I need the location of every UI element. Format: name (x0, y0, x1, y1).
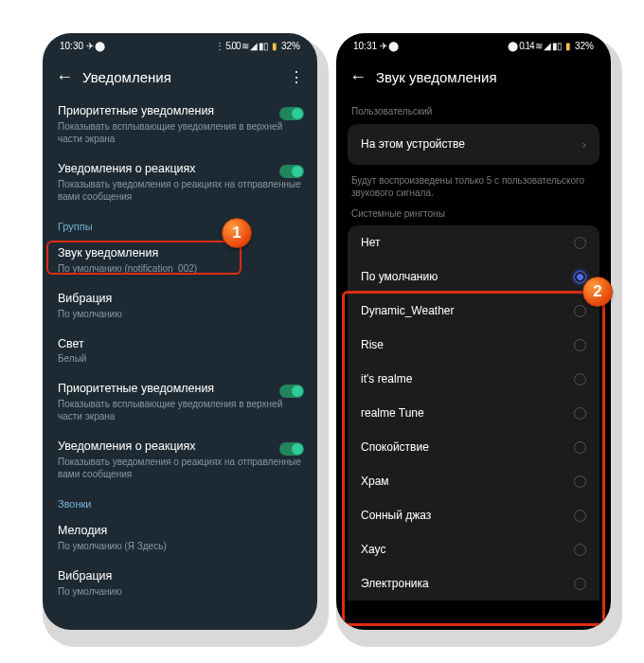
row-title: Приоритетные уведомления (58, 381, 302, 397)
status-bar: 10:31 ✈ ⬤ ⬤ 0.14 ≋ ◢ ▮▯ ▮32% (336, 33, 611, 58)
row-subtitle: Показывать всплывающие уведомления в вер… (58, 120, 302, 145)
row-title: Вибрация (58, 291, 302, 307)
row-priority-notifications-groups[interactable]: Приоритетные уведомления Показывать вспл… (43, 373, 317, 431)
row-title: Уведомления о реакциях (58, 161, 302, 177)
row-priority-notifications[interactable]: Приоритетные уведомления Показывать вспл… (43, 96, 317, 153)
radio-unselected-icon[interactable] (574, 510, 586, 522)
ringtone-name: Хаус (361, 543, 385, 556)
row-notification-sound[interactable]: Звук уведомления По умолчанию (notificat… (43, 238, 317, 283)
status-icons-left: ✈ ⬤ (86, 41, 104, 51)
row-title: Приоритетные уведомления (58, 103, 302, 119)
status-icons-right: ⬤ 0.14 ≋ ◢ ▮▯ (508, 41, 562, 51)
ringtone-name: Спокойствие (361, 440, 429, 454)
ringtone-name: Сонный джаз (361, 509, 431, 522)
section-header-calls: Звонки (43, 489, 317, 515)
radio-unselected-icon[interactable] (574, 339, 586, 351)
row-subtitle: По умолчанию (notification_002) (58, 262, 302, 275)
radio-unselected-icon[interactable] (574, 373, 586, 385)
row-title: Уведомления о реакциях (58, 439, 302, 455)
radio-unselected-icon[interactable] (574, 237, 586, 249)
row-title: Звук уведомления (58, 245, 302, 261)
ringtone-name: it's realme (361, 372, 412, 385)
header-bar: ← Звук уведомления (336, 58, 611, 96)
back-icon[interactable]: ← (56, 67, 75, 87)
more-icon[interactable]: ⋮ (289, 68, 304, 86)
ringtone-option[interactable]: Нет (348, 225, 599, 260)
ringtone-option[interactable]: Электроника (348, 566, 599, 600)
status-battery: 32% (575, 41, 594, 51)
toggle-switch[interactable] (279, 385, 304, 398)
row-title: Мелодия (58, 523, 302, 539)
row-subtitle: Показывать уведомления о реакциях на отп… (58, 456, 302, 480)
status-time: 10:31 (353, 41, 377, 51)
ringtone-option[interactable]: Сонный джаз (348, 498, 599, 532)
status-icons-left: ✈ ⬤ (380, 41, 398, 51)
battery-icon: ▮ (272, 41, 277, 51)
battery-icon: ▮ (565, 41, 571, 51)
card-label: На этом устройстве (361, 137, 465, 151)
ringtone-option[interactable]: realme Tune (348, 396, 599, 430)
section-header-groups: Группы (43, 211, 317, 238)
row-reaction-notifications[interactable]: Уведомления о реакциях Показывать уведом… (43, 153, 317, 211)
chevron-right-icon: › (582, 137, 586, 152)
ringtone-option[interactable]: it's realme (348, 362, 599, 396)
toggle-switch[interactable] (279, 165, 304, 178)
row-subtitle: По умолчанию (58, 585, 302, 598)
ringtone-name: Dynamic_Weather (361, 304, 454, 317)
toggle-switch[interactable] (279, 107, 304, 120)
row-subtitle: По умолчанию (58, 308, 302, 320)
row-subtitle: Показывать уведомления о реакциях на отп… (58, 178, 302, 203)
status-battery: 32% (281, 41, 300, 51)
ringtone-name: Электроника (361, 577, 429, 590)
row-subtitle: Белый (58, 352, 302, 365)
radio-unselected-icon[interactable] (574, 407, 586, 420)
annotation-badge-1: 1 (222, 218, 252, 248)
radio-unselected-icon[interactable] (574, 544, 586, 556)
back-icon[interactable]: ← (349, 67, 368, 87)
radio-unselected-icon[interactable] (574, 305, 586, 317)
ringtone-name: realme Tune (361, 406, 424, 420)
row-subtitle: По умолчанию (Я Здесь) (58, 540, 302, 552)
row-vibration[interactable]: Вибрация По умолчанию (43, 283, 317, 329)
ringtone-option[interactable]: По умолчанию (348, 260, 599, 294)
ringtone-option[interactable]: Спокойствие (348, 430, 599, 464)
header-bar: ← Уведомления ⋮ (43, 58, 317, 96)
status-time: 10:30 (60, 41, 83, 51)
radio-unselected-icon[interactable] (574, 475, 586, 488)
status-bar: 10:30 ✈ ⬤ ⋮ 5.00 ≋ ◢ ▮▯ ▮32% (43, 33, 317, 58)
radio-unselected-icon[interactable] (574, 578, 586, 590)
row-title: Вибрация (58, 568, 302, 584)
screenshot-sound-picker: 10:31 ✈ ⬤ ⬤ 0.14 ≋ ◢ ▮▯ ▮32% ← Звук увед… (336, 33, 611, 630)
row-subtitle: Показывать всплывающие уведомления в вер… (58, 398, 302, 422)
ringtone-name: Rise (361, 338, 384, 351)
toggle-switch[interactable] (279, 442, 304, 456)
row-light[interactable]: Свет Белый (43, 329, 317, 374)
row-ringtone[interactable]: Мелодия По умолчанию (Я Здесь) (43, 515, 317, 561)
ringtone-option[interactable]: Rise (348, 328, 599, 362)
ringtone-option[interactable]: Dynamic_Weather (348, 294, 599, 328)
ringtone-option[interactable]: Хаус (348, 532, 599, 566)
status-icons-right: ⋮ 5.00 ≋ ◢ ▮▯ (215, 41, 268, 51)
ringtone-name: Храм (361, 475, 389, 488)
radio-selected-icon[interactable] (574, 271, 586, 283)
section-label-system-ringtones: Системные рингтоны (336, 206, 611, 226)
page-title: Звук уведомления (368, 69, 598, 85)
radio-unselected-icon[interactable] (574, 441, 586, 454)
section-label-custom: Пользовательский (336, 96, 611, 124)
ringtone-list: НетПо умолчаниюDynamic_WeatherRiseit's r… (348, 225, 599, 600)
annotation-badge-2: 2 (582, 277, 613, 307)
row-reaction-notifications-groups[interactable]: Уведомления о реакциях Показывать уведом… (43, 431, 317, 489)
ringtone-option[interactable]: Храм (348, 464, 599, 498)
ringtone-name: Нет (361, 236, 380, 249)
page-title: Уведомления (75, 69, 289, 85)
row-title: Свет (58, 336, 302, 352)
card-on-this-device[interactable]: На этом устройстве › (348, 124, 599, 165)
screenshot-notifications-settings: 10:30 ✈ ⬤ ⋮ 5.00 ≋ ◢ ▮▯ ▮32% ← Уведомлен… (43, 33, 317, 630)
info-text: Будут воспроизведены только 5 с пользова… (336, 165, 611, 206)
ringtone-name: По умолчанию (361, 270, 438, 283)
row-vibration-calls[interactable]: Вибрация По умолчанию (43, 561, 317, 606)
